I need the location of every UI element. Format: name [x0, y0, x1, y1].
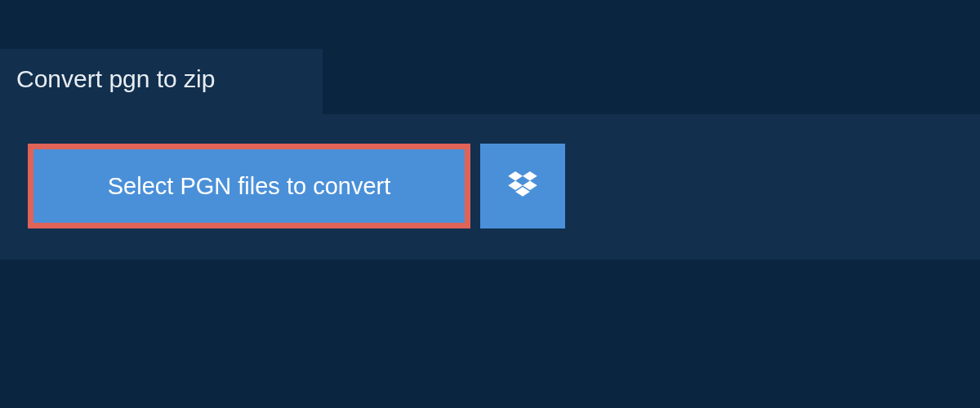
select-files-label: Select PGN files to convert	[108, 173, 391, 200]
dropbox-icon	[508, 171, 537, 201]
dropbox-button[interactable]	[480, 144, 565, 228]
main-panel: Select PGN files to convert	[0, 114, 980, 259]
tab-label: Convert pgn to zip	[16, 65, 215, 92]
select-files-button[interactable]: Select PGN files to convert	[28, 144, 470, 228]
tab-bar: Convert pgn to zip	[0, 0, 980, 114]
tab-convert-pgn-to-zip[interactable]: Convert pgn to zip	[0, 49, 323, 114]
